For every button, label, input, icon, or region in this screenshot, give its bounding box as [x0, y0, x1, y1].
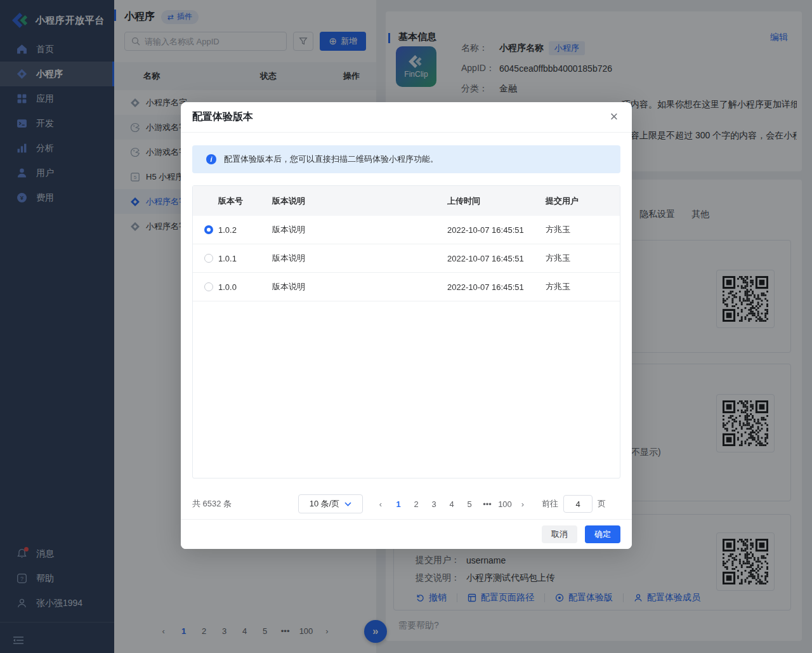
page-number[interactable]: 3	[425, 496, 443, 512]
cancel-button[interactable]: 取消	[542, 525, 577, 543]
version-number: 1.0.1	[218, 254, 272, 263]
version-row[interactable]: 1.0.1 版本说明 2022-10-07 16:45:51 方兆玉	[193, 244, 620, 273]
version-radio[interactable]	[204, 282, 213, 291]
version-number: 1.0.0	[218, 282, 272, 292]
goto-unit: 页	[598, 498, 606, 510]
version-radio-selected[interactable]	[204, 225, 213, 234]
column-submit-user: 提交用户	[546, 195, 620, 207]
goto-label: 前往	[542, 498, 558, 510]
page-number[interactable]: 1	[390, 496, 407, 512]
info-banner-text: 配置体验版本后，您可以直接扫描二维码体验小程序功能。	[224, 154, 438, 165]
submit-user: 方兆玉	[546, 224, 620, 235]
version-description: 版本说明	[272, 224, 447, 235]
version-row[interactable]: 1.0.0 版本说明 2022-10-07 16:45:51 方兆玉	[193, 273, 620, 301]
modal-title: 配置体验版本	[192, 110, 253, 124]
column-description: 版本说明	[272, 195, 447, 207]
column-version: 版本号	[218, 195, 272, 207]
info-icon: i	[206, 154, 216, 164]
upload-time: 2022-10-07 16:45:51	[447, 225, 546, 235]
configure-trial-version-modal: 配置体验版本 × i 配置体验版本后，您可以直接扫描二维码体验小程序功能。 版本…	[181, 102, 632, 549]
version-number: 1.0.2	[218, 225, 272, 235]
chevron-down-icon	[344, 502, 351, 506]
total-count: 共 6532 条	[192, 498, 248, 510]
page-number[interactable]: 4	[443, 496, 461, 512]
prev-page-button[interactable]: ‹	[372, 496, 390, 512]
goto-page-input[interactable]	[563, 495, 593, 513]
confirm-button[interactable]: 确定	[585, 525, 620, 543]
modal-footer: 取消 确定	[181, 519, 632, 549]
modal-header: 配置体验版本 ×	[181, 102, 632, 133]
submit-user: 方兆玉	[546, 281, 620, 293]
version-table-header: 版本号 版本说明 上传时间 提交用户	[193, 186, 620, 216]
upload-time: 2022-10-07 16:45:51	[447, 282, 546, 292]
submit-user: 方兆玉	[546, 253, 620, 264]
page-size-select[interactable]: 10 条/页	[298, 494, 363, 513]
column-upload-time: 上传时间	[447, 195, 546, 207]
next-page-button[interactable]: ›	[514, 496, 532, 512]
version-description: 版本说明	[272, 253, 447, 264]
page: 小程序开放平台 首页 小程序 应用 开发 分析	[0, 0, 812, 653]
version-table: 版本号 版本说明 上传时间 提交用户 1.0.2 版本说明 2022-10-07…	[192, 185, 620, 478]
info-banner: i 配置体验版本后，您可以直接扫描二维码体验小程序功能。	[192, 145, 620, 173]
version-description: 版本说明	[272, 281, 447, 293]
page-number[interactable]: 2	[407, 496, 425, 512]
page-number[interactable]: 100	[496, 496, 514, 512]
modal-pagination: 共 6532 条 10 条/页 ‹ 1 2 3 4 5 ••• 100 › 前往…	[192, 494, 620, 513]
close-icon[interactable]: ×	[606, 109, 622, 124]
pages-ellipsis[interactable]: •••	[478, 496, 496, 512]
version-radio[interactable]	[204, 254, 213, 263]
page-size-value: 10 条/页	[310, 498, 340, 510]
page-number[interactable]: 5	[461, 496, 478, 512]
version-row[interactable]: 1.0.2 版本说明 2022-10-07 16:45:51 方兆玉	[193, 216, 620, 244]
upload-time: 2022-10-07 16:45:51	[447, 254, 546, 263]
